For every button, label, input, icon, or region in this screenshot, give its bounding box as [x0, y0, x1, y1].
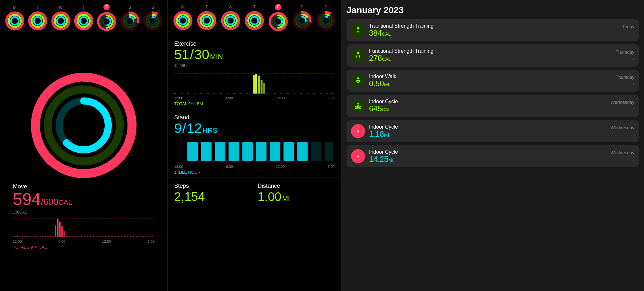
- svg-rect-184: [325, 142, 333, 161]
- svg-rect-55: [19, 236, 20, 237]
- svg-point-17: [57, 17, 65, 25]
- exercise-chart: [174, 68, 335, 94]
- workout-icon-1: [351, 49, 365, 63]
- svg-rect-180: [270, 142, 280, 161]
- day-label-5: S: [128, 5, 131, 10]
- chevron-icon-3: ›: [633, 106, 634, 112]
- day-col-5[interactable]: S: [120, 5, 140, 31]
- svg-rect-77: [74, 236, 76, 237]
- chevron-icon-4: ›: [633, 132, 634, 137]
- workout-icon-0: [351, 23, 365, 37]
- left-panel: M T: [0, 0, 167, 291]
- workout-item-5[interactable]: P Indoor Cycle 14.25MI Wednesday ›: [346, 145, 639, 167]
- move-value: 594: [13, 191, 41, 207]
- svg-rect-58: [26, 236, 28, 237]
- svg-rect-56: [22, 236, 23, 237]
- svg-rect-158: [253, 75, 255, 94]
- svg-rect-152: [213, 93, 215, 94]
- day-col-2[interactable]: W: [51, 5, 71, 31]
- svg-rect-90: [115, 236, 116, 237]
- svg-point-108: [179, 17, 187, 24]
- mid-day-col-1[interactable]: T: [197, 5, 217, 31]
- exercise-threshold: 15 MIN: [174, 63, 335, 68]
- svg-rect-82: [90, 236, 91, 237]
- workout-icon-3: [351, 99, 365, 113]
- svg-rect-178: [242, 142, 253, 161]
- workout-item-1[interactable]: Functional Strength Training 278CAL Thur…: [346, 44, 639, 66]
- calorie-threshold: 136CAL: [13, 210, 155, 214]
- steps-value: 2,154: [174, 191, 251, 203]
- svg-line-189: [358, 31, 359, 32]
- move-label: Move: [13, 183, 155, 190]
- chevron-icon-1: ›: [633, 56, 634, 62]
- steps-block: Steps 2,154: [174, 183, 251, 203]
- day-col-6[interactable]: S: [143, 5, 163, 31]
- workout-info-5: Indoor Cycle 14.25MI: [369, 149, 607, 163]
- main-rings-area: →→ →→ ↑ Move 594 / 600 CAL 136CAL: [0, 29, 167, 291]
- workout-name-4: Indoor Cycle: [369, 124, 607, 130]
- ring-mini-6: [143, 11, 163, 31]
- distance-title: Distance: [258, 183, 335, 189]
- svg-rect-182: [297, 142, 308, 161]
- workout-day-4: Wednesday: [611, 125, 634, 130]
- workout-stat-3: 645CAL: [369, 105, 607, 113]
- svg-rect-153: [220, 93, 222, 94]
- svg-rect-71: [59, 222, 61, 237]
- day-col-3[interactable]: T: [74, 5, 94, 31]
- day-col-today[interactable]: F: [97, 4, 117, 32]
- ring-mini-today: [97, 12, 117, 32]
- distance-unit: MI: [282, 195, 290, 203]
- svg-rect-160: [258, 76, 260, 94]
- svg-rect-52: [13, 236, 14, 237]
- svg-point-5: [11, 17, 19, 25]
- svg-rect-183: [311, 142, 322, 161]
- svg-rect-169: [307, 93, 308, 94]
- workout-stat-1: 278CAL: [369, 54, 612, 62]
- workout-stat-0: 384CAL: [369, 29, 619, 37]
- svg-rect-70: [57, 219, 59, 237]
- distance-value: 1.00: [258, 191, 281, 203]
- right-panel: January 2023 Traditional Strength Traini…: [341, 0, 644, 291]
- workout-item-4[interactable]: P Indoor Cycle 1.18MI Wednesday ›: [346, 120, 639, 142]
- svg-rect-166: [287, 93, 289, 94]
- svg-rect-150: [200, 93, 202, 94]
- mid-day-col-0[interactable]: M: [173, 5, 193, 31]
- workout-info-0: Traditional Strength Training 384CAL: [369, 23, 619, 37]
- svg-rect-81: [87, 236, 88, 237]
- workout-day-0: Today: [622, 24, 634, 29]
- svg-rect-76: [71, 236, 73, 237]
- workout-icon-4: P: [351, 124, 365, 138]
- svg-rect-99: [142, 236, 144, 237]
- workout-item-0[interactable]: Traditional Strength Training 384CAL Tod…: [346, 19, 639, 41]
- workout-meta-1: Thursday ›: [616, 50, 634, 62]
- workout-info-2: Indoor Walk 0.50MI: [369, 74, 612, 88]
- svg-rect-62: [37, 236, 38, 237]
- workout-item-2[interactable]: Indoor Walk 0.50MI Thursday ›: [346, 70, 639, 92]
- workout-day-2: Thursday: [616, 75, 634, 80]
- mid-day-col-2[interactable]: W: [221, 5, 241, 31]
- day-col-0[interactable]: M: [5, 5, 25, 31]
- mid-day-col-3[interactable]: T: [244, 5, 264, 31]
- svg-point-114: [203, 17, 211, 24]
- svg-point-143: [322, 17, 330, 24]
- svg-point-185: [357, 27, 359, 29]
- chevron-icon-2: ›: [633, 81, 634, 87]
- mid-day-col-5[interactable]: S: [292, 5, 312, 31]
- svg-rect-64: [43, 236, 44, 237]
- exercise-title: Exercise: [174, 41, 335, 47]
- mid-day-col-today[interactable]: F: [268, 4, 288, 32]
- workout-meta-4: Wednesday ›: [611, 125, 634, 137]
- day-label-6: S: [151, 5, 154, 10]
- exercise-goal: 30: [194, 48, 209, 61]
- svg-rect-74: [66, 236, 67, 237]
- workout-icon-5: P: [351, 149, 365, 163]
- svg-rect-86: [102, 236, 103, 237]
- workout-item-3[interactable]: Indoor Cycle 645CAL Wednesday ›: [346, 95, 639, 117]
- svg-rect-61: [34, 236, 36, 237]
- svg-rect-80: [84, 236, 85, 237]
- stand-value-line: 9 / 12 HRS: [174, 122, 335, 135]
- svg-rect-179: [256, 142, 267, 161]
- day-col-1[interactable]: T: [28, 5, 48, 31]
- ring-mini-5: [120, 11, 140, 31]
- mid-day-col-6[interactable]: S: [316, 5, 336, 31]
